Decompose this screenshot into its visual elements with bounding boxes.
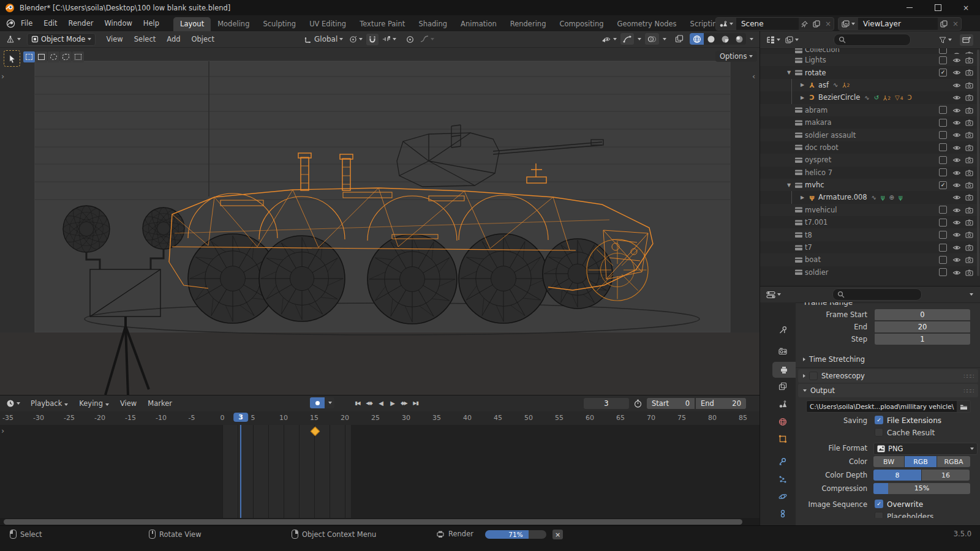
expand-arrow-icon[interactable]: ▼ bbox=[785, 70, 793, 75]
collection-checkbox[interactable]: ✓ bbox=[939, 69, 947, 77]
properties-tab-output[interactable] bbox=[772, 362, 796, 378]
viewport-menu-add[interactable]: Add bbox=[161, 32, 186, 47]
hide-eye-icon[interactable] bbox=[952, 182, 961, 189]
outliner-search-input[interactable] bbox=[834, 34, 911, 46]
select-mode-circle[interactable] bbox=[48, 51, 59, 62]
shading-material-button[interactable] bbox=[718, 33, 732, 45]
disable-render-icon[interactable] bbox=[965, 94, 973, 101]
snap-target-dropdown[interactable] bbox=[347, 34, 365, 45]
hide-eye-icon[interactable] bbox=[952, 107, 961, 114]
tab-modeling[interactable]: Modeling bbox=[211, 17, 256, 31]
next-keyframe-button[interactable]: ◆▶ bbox=[398, 397, 410, 408]
menu-help[interactable]: Help bbox=[138, 16, 165, 31]
current-frame-badge[interactable]: 3 bbox=[233, 413, 248, 422]
select-mode-extra[interactable] bbox=[72, 51, 84, 62]
use-preview-range-button[interactable] bbox=[631, 397, 644, 409]
viewport-menu-object[interactable]: Object bbox=[186, 32, 220, 47]
properties-tab-scene[interactable] bbox=[772, 396, 793, 412]
new-collection-button[interactable] bbox=[960, 34, 973, 46]
viewport-menu-view[interactable]: View bbox=[100, 32, 128, 47]
hide-eye-icon[interactable] bbox=[952, 244, 961, 251]
hide-eye-icon[interactable] bbox=[952, 269, 961, 276]
auto-key-button[interactable] bbox=[310, 397, 325, 408]
snap-magnet-toggle[interactable] bbox=[366, 34, 379, 45]
collection-checkbox[interactable] bbox=[939, 168, 947, 176]
outliner-item-t7[interactable]: t7 bbox=[760, 241, 980, 253]
hide-eye-icon[interactable] bbox=[952, 231, 961, 238]
tab-animation[interactable]: Animation bbox=[454, 17, 503, 31]
viewlayer-browse-button[interactable] bbox=[839, 18, 858, 30]
output-path-field[interactable]: C:\Users\soila\Deskt...pload\millitary v… bbox=[806, 400, 960, 413]
file-format-dropdown[interactable]: PNG bbox=[873, 443, 978, 455]
disable-render-icon[interactable] bbox=[965, 57, 973, 64]
outliner-item-doc-robot[interactable]: doc robot bbox=[760, 141, 980, 154]
output-panel[interactable]: Output∷∷∷ bbox=[798, 384, 978, 397]
disable-render-icon[interactable] bbox=[965, 82, 973, 89]
overlays-toggle[interactable] bbox=[645, 33, 659, 45]
disable-render-icon[interactable] bbox=[965, 69, 973, 76]
timeline-menu-view[interactable]: View bbox=[115, 396, 142, 411]
color-option-bw[interactable]: BW bbox=[873, 456, 904, 467]
tab-shading[interactable]: Shading bbox=[412, 17, 454, 31]
proportional-falloff-dropdown[interactable] bbox=[418, 34, 437, 45]
gizmo-toggle[interactable] bbox=[620, 33, 634, 45]
orientation-dropdown[interactable]: Global bbox=[301, 34, 345, 45]
expand-arrow-icon[interactable]: ▶ bbox=[798, 95, 807, 100]
overwrite-checkbox[interactable]: ✓ bbox=[875, 500, 883, 508]
disable-render-icon[interactable] bbox=[965, 231, 973, 238]
unlink-scene-icon[interactable]: × bbox=[823, 18, 834, 30]
disable-render-icon[interactable] bbox=[965, 182, 973, 189]
sidebar-expand-arrow[interactable]: ‹ bbox=[752, 72, 755, 81]
collection-checkbox[interactable] bbox=[939, 206, 947, 214]
toolbar-expand-arrow[interactable]: › bbox=[1, 72, 4, 81]
outliner-item-oyspret[interactable]: oyspret bbox=[760, 154, 980, 166]
outliner-item-makara[interactable]: makara bbox=[760, 116, 980, 129]
options-button[interactable]: Options bbox=[715, 51, 757, 62]
color-option-rgb[interactable]: RGB bbox=[905, 456, 937, 467]
shading-rendered-button[interactable] bbox=[732, 33, 746, 45]
frame-step-field[interactable]: 1 bbox=[875, 334, 970, 345]
hide-eye-icon[interactable] bbox=[952, 207, 961, 214]
disable-render-icon[interactable] bbox=[965, 269, 973, 276]
menu-render[interactable]: Render bbox=[63, 16, 99, 31]
new-viewlayer-icon[interactable] bbox=[938, 18, 950, 30]
viewport-3d[interactable]: Object Mode ViewSelectAddObject Global bbox=[0, 31, 760, 395]
jump-to-end-button[interactable]: ▶▮ bbox=[410, 397, 421, 408]
expand-arrow-icon[interactable]: ▼ bbox=[785, 182, 793, 188]
viewlayer-name[interactable]: ViewLayer bbox=[858, 18, 938, 30]
timeline-menu-playback[interactable]: Playback bbox=[25, 396, 74, 411]
properties-tab-modifiers[interactable] bbox=[772, 454, 793, 470]
disable-render-icon[interactable] bbox=[965, 207, 973, 214]
cancel-render-button[interactable]: × bbox=[552, 530, 563, 539]
remove-viewlayer-icon[interactable]: × bbox=[950, 18, 961, 30]
select-mode-tweak[interactable] bbox=[23, 51, 35, 62]
color-option-rgba[interactable]: RGBA bbox=[937, 456, 970, 467]
end-frame-field[interactable]: End20 bbox=[696, 398, 746, 409]
outliner-item-rotate[interactable]: ▼rotate✓ bbox=[760, 66, 980, 78]
select-tool-button[interactable] bbox=[4, 50, 20, 67]
time-stretching-panel[interactable]: Time Stretching bbox=[798, 353, 978, 366]
collection-checkbox[interactable] bbox=[939, 244, 947, 252]
tab-compositing[interactable]: Compositing bbox=[552, 17, 610, 31]
snap-with-dropdown[interactable] bbox=[380, 34, 399, 45]
hide-eye-icon[interactable] bbox=[952, 144, 961, 151]
select-mode-box[interactable] bbox=[36, 51, 47, 62]
collection-checkbox[interactable] bbox=[939, 256, 947, 264]
disable-render-icon[interactable] bbox=[965, 132, 973, 138]
expand-arrow-icon[interactable]: ▶ bbox=[798, 195, 807, 200]
hide-eye-icon[interactable] bbox=[952, 170, 961, 176]
outliner-item-asf[interactable]: ▶Yasf∿Y2 bbox=[760, 79, 980, 91]
depth-option-16[interactable]: 16 bbox=[922, 470, 970, 481]
disable-render-icon[interactable] bbox=[965, 219, 973, 226]
cache-result-checkbox[interactable] bbox=[875, 428, 883, 437]
outliner-display-mode-button[interactable] bbox=[783, 34, 801, 46]
folder-icon[interactable] bbox=[957, 400, 971, 413]
hide-eye-icon[interactable] bbox=[952, 82, 961, 89]
properties-tab-view-layer[interactable] bbox=[772, 378, 793, 394]
shading-dropdown[interactable] bbox=[747, 33, 756, 45]
collection-checkbox[interactable] bbox=[939, 231, 947, 239]
hide-eye-icon[interactable] bbox=[952, 57, 961, 64]
properties-search-input[interactable] bbox=[832, 288, 922, 301]
tab-sculpting[interactable]: Sculpting bbox=[256, 17, 303, 31]
timeline-scrollbar-thumb[interactable] bbox=[4, 519, 742, 525]
